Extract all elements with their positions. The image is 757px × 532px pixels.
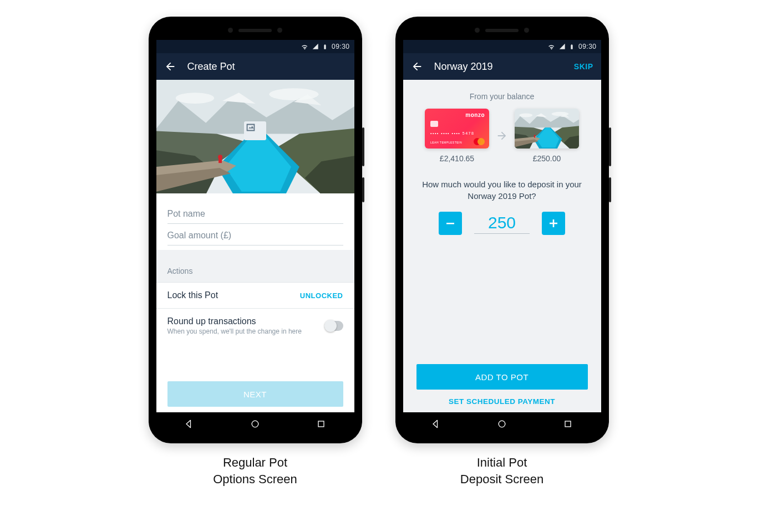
next-button[interactable]: NEXT bbox=[167, 381, 343, 407]
minus-icon bbox=[444, 217, 457, 230]
phone-mockup-create-pot: 09:30 Create Pot Actions bbox=[149, 17, 362, 443]
decrease-button[interactable] bbox=[439, 212, 462, 235]
app-bar: Norway 2019 SKIP bbox=[403, 53, 601, 80]
back-icon[interactable] bbox=[164, 60, 176, 73]
destination-pot-thumb bbox=[515, 109, 579, 149]
card-number: •••• •••• •••• 5478 bbox=[430, 131, 474, 135]
status-time: 09:30 bbox=[332, 43, 350, 50]
caption-right: Initial Pot Deposit Screen bbox=[395, 454, 609, 487]
roundup-sub: When you spend, we'll put the change in … bbox=[167, 328, 302, 335]
status-bar: 09:30 bbox=[156, 40, 354, 53]
image-icon bbox=[244, 121, 257, 134]
phone-mockup-deposit: 09:30 Norway 2019 SKIP From your balance… bbox=[395, 17, 609, 443]
mastercard-icon bbox=[474, 138, 485, 145]
plus-icon bbox=[547, 217, 560, 230]
card-brand: monzo bbox=[465, 112, 485, 118]
skip-button[interactable]: SKIP bbox=[574, 62, 593, 71]
amount-input[interactable] bbox=[474, 213, 530, 234]
signal-icon bbox=[558, 43, 566, 50]
from-balance-label: From your balance bbox=[415, 92, 589, 101]
nav-back-icon[interactable] bbox=[430, 418, 441, 429]
actions-section-header: Actions bbox=[156, 255, 354, 282]
source-balance: £2,410.65 bbox=[440, 154, 474, 163]
roundup-label: Round up transactions bbox=[167, 316, 302, 326]
battery-icon bbox=[322, 43, 328, 51]
transfer-visual: monzo •••• •••• •••• 5478 LEAH TEMPLESTE… bbox=[415, 109, 589, 163]
roundup-toggle[interactable] bbox=[324, 321, 343, 331]
goal-amount-input[interactable] bbox=[167, 224, 343, 245]
signal-icon bbox=[312, 43, 319, 50]
back-icon[interactable] bbox=[411, 60, 423, 73]
nav-recent-icon[interactable] bbox=[562, 418, 573, 429]
destination-balance: £250.00 bbox=[533, 154, 561, 163]
nav-home-icon[interactable] bbox=[250, 418, 261, 429]
add-to-pot-button[interactable]: ADD TO POT bbox=[416, 364, 588, 390]
app-bar: Create Pot bbox=[156, 53, 354, 80]
nav-back-icon[interactable] bbox=[184, 418, 195, 429]
status-bar: 09:30 bbox=[403, 40, 601, 53]
android-nav-bar bbox=[156, 412, 354, 436]
increase-button[interactable] bbox=[542, 212, 565, 235]
change-image-button[interactable] bbox=[244, 121, 266, 140]
wifi-icon bbox=[301, 43, 309, 51]
arrow-right-icon bbox=[496, 130, 508, 142]
roundup-row[interactable]: Round up transactions When you spend, we… bbox=[156, 308, 354, 340]
nav-home-icon[interactable] bbox=[496, 418, 507, 429]
app-bar-title: Norway 2019 bbox=[434, 61, 493, 73]
status-time: 09:30 bbox=[578, 43, 597, 50]
app-bar-title: Create Pot bbox=[187, 61, 235, 73]
source-card: monzo •••• •••• •••• 5478 LEAH TEMPLESTE… bbox=[425, 109, 489, 149]
battery-icon bbox=[569, 43, 575, 51]
pot-name-input[interactable] bbox=[167, 202, 343, 224]
deposit-prompt: How much would you like to deposit in yo… bbox=[421, 178, 583, 202]
wifi-icon bbox=[547, 43, 556, 51]
pot-image-hero[interactable] bbox=[156, 80, 354, 193]
caption-left: Regular Pot Options Screen bbox=[149, 454, 362, 487]
card-holder-name: LEAH TEMPLESTEIN bbox=[430, 141, 462, 144]
nav-recent-icon[interactable] bbox=[316, 418, 327, 429]
lock-pot-row[interactable]: Lock this Pot UNLOCKED bbox=[156, 282, 354, 308]
lock-status-badge: UNLOCKED bbox=[300, 291, 343, 300]
set-scheduled-payment-button[interactable]: SET SCHEDULED PAYMENT bbox=[416, 390, 588, 408]
android-nav-bar bbox=[403, 412, 601, 436]
lock-pot-label: Lock this Pot bbox=[167, 290, 219, 300]
